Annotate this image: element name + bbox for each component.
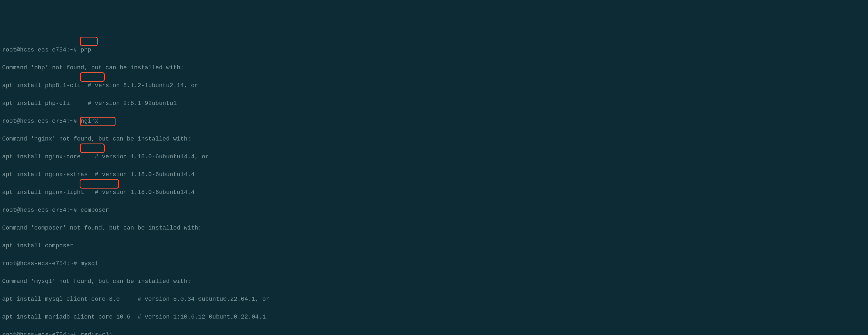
terminal-line: Command 'composer' not found, but can be… <box>2 224 866 233</box>
terminal-window[interactable]: root@hcss-ecs-e754:~# php Command 'php' … <box>2 37 866 335</box>
terminal-line: Command 'nginx' not found, but can be in… <box>2 135 866 143</box>
mysql-highlight <box>80 143 105 153</box>
terminal-line: root@hcss-ecs-e754:~# mysql <box>2 259 866 268</box>
terminal-line: root@hcss-ecs-e754:~# nginx <box>2 117 866 126</box>
terminal-line: apt install composer <box>2 241 866 250</box>
redis-highlight <box>80 179 119 189</box>
terminal-line: apt install php8.1-cli # version 8.1.2-1… <box>2 81 866 90</box>
terminal-line: root@hcss-ecs-e754:~# composer <box>2 206 866 215</box>
terminal-line: Command 'php' not found, but can be inst… <box>2 63 866 72</box>
terminal-line: apt install nginx-extras # version 1.18.… <box>2 170 866 179</box>
terminal-line: apt install nginx-light # version 1.18.0… <box>2 188 866 197</box>
terminal-line: apt install mysql-client-core-8.0 # vers… <box>2 295 866 304</box>
terminal-line: apt install nginx-core # version 1.18.0-… <box>2 153 866 161</box>
terminal-line: apt install php-cli # version 2:8.1+92ub… <box>2 99 866 108</box>
php-highlight <box>80 37 98 46</box>
terminal-line: root@hcss-ecs-e754:~# php <box>2 45 866 55</box>
terminal-line: Command 'mysql' not found, but can be in… <box>2 277 866 286</box>
nginx-highlight <box>80 72 105 82</box>
terminal-line: root@hcss-ecs-e754:~# redis-cli <box>2 330 866 335</box>
terminal-line: apt install mariadb-client-core-10.6 # v… <box>2 313 866 322</box>
